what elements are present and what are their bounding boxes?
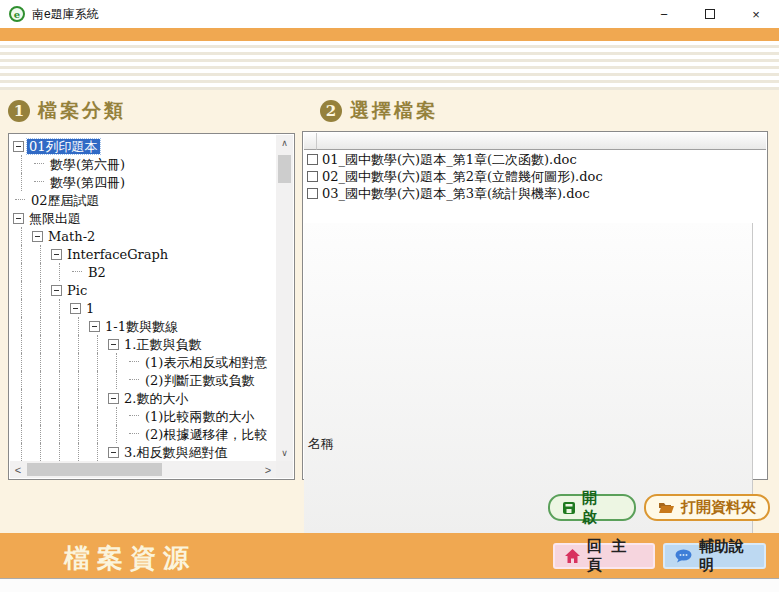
file-checkbox[interactable] [307, 171, 318, 182]
tree-item-label: InterfaceGraph [65, 247, 170, 262]
tree-item[interactable]: 1-1數與數線 [10, 317, 276, 335]
file-list-panel: 名稱 01_國中數學(六)題本_第1章(二次函數).doc02_國中數學(六)題… [302, 131, 768, 480]
collapse-toggle-icon[interactable] [13, 141, 24, 152]
collapse-toggle-icon[interactable] [32, 231, 43, 242]
collapse-toggle-icon[interactable] [108, 339, 119, 350]
scroll-right-icon[interactable]: > [260, 461, 276, 478]
tree-connector [32, 155, 48, 173]
home-button[interactable]: 回 主 頁 [553, 543, 655, 569]
maximize-button[interactable] [687, 0, 733, 28]
tree-guide [70, 425, 89, 443]
file-item[interactable]: 03_國中數學(六)題本_第3章(統計與機率).doc [304, 185, 766, 202]
speech-bubble-icon [675, 549, 692, 563]
collapse-toggle-icon[interactable] [13, 213, 24, 224]
file-item-label: 02_國中數學(六)題本_第2章(立體幾何圖形).doc [322, 168, 603, 186]
tree-guide [51, 353, 70, 371]
home-icon [565, 549, 580, 563]
title-bar: e 南e題庫系統 − × [0, 0, 779, 28]
tree-connector [70, 263, 86, 281]
tree-guide [108, 353, 127, 371]
help-button[interactable]: 輔助說明 [663, 543, 766, 569]
collapse-toggle-icon[interactable] [51, 285, 62, 296]
tree-guide [32, 317, 51, 335]
tree-vertical-scrollbar[interactable]: ∧ ∨ [276, 135, 293, 461]
tree-item[interactable]: B2 [10, 263, 276, 281]
open-folder-button-label: 打開資料夾 [681, 498, 756, 517]
footer-bar: 檔案資源 回 主 頁 輔助說明 [0, 533, 779, 578]
tree-guide [13, 173, 32, 191]
open-folder-button[interactable]: 打開資料夾 [644, 494, 770, 521]
tree-horizontal-scrollbar[interactable]: < > [10, 461, 276, 478]
tree-guide [13, 281, 32, 299]
scroll-down-icon[interactable]: ∨ [276, 445, 293, 461]
tree-guide [32, 335, 51, 353]
bottom-strip [0, 578, 779, 592]
tree-item[interactable]: InterfaceGraph [10, 245, 276, 263]
collapse-toggle-icon[interactable] [70, 303, 81, 314]
tree-guide [13, 299, 32, 317]
tree-guide [70, 353, 89, 371]
tree-guide [51, 299, 70, 317]
tree-item-label: Pic [65, 283, 89, 298]
minimize-button[interactable]: − [641, 0, 687, 28]
tree-connector [13, 191, 29, 209]
file-item[interactable]: 02_國中數學(六)題本_第2章(立體幾何圖形).doc [304, 168, 766, 185]
tree-item[interactable]: (2)根據遞移律，比較 [10, 425, 276, 443]
tree-guide [32, 389, 51, 407]
tree-item[interactable]: (1)表示相反或相對意 [10, 353, 276, 371]
main-area: 1 檔案分類 2 選擇檔案 01列印題本數學(第六冊)數學(第四冊)02歷屆試題… [0, 90, 779, 533]
tree-guide [70, 335, 89, 353]
tree-item-label: 3.相反數與絕對值 [122, 445, 229, 460]
app-icon: e [9, 6, 25, 22]
tree-guide [89, 407, 108, 425]
tree-item[interactable]: 01列印題本 [10, 137, 276, 155]
tree-guide [13, 245, 32, 263]
tree-item[interactable]: (1)比較兩數的大小 [10, 407, 276, 425]
tree-item-label: Math-2 [46, 229, 97, 244]
tree-guide [13, 317, 32, 335]
collapse-toggle-icon[interactable] [51, 249, 62, 260]
tree-item[interactable]: 數學(第六冊) [10, 155, 276, 173]
tree-item[interactable]: 1 [10, 299, 276, 317]
footer-title: 檔案資源 [64, 541, 196, 576]
tree-guide [89, 371, 108, 389]
step-1-badge: 1 [8, 100, 30, 122]
collapse-toggle-icon[interactable] [108, 393, 119, 404]
tree-item[interactable]: Pic [10, 281, 276, 299]
vertical-scroll-thumb[interactable] [278, 155, 291, 183]
header-stripes [0, 41, 779, 90]
file-checkbox[interactable] [307, 154, 318, 165]
scroll-up-icon[interactable]: ∧ [276, 135, 293, 151]
tree-guide [89, 425, 108, 443]
horizontal-scroll-thumb[interactable] [27, 463, 162, 476]
tree-guide [108, 425, 127, 443]
tree-guide [32, 245, 51, 263]
scroll-left-icon[interactable]: < [10, 461, 26, 478]
open-icon [562, 501, 576, 515]
step-2-badge: 2 [320, 100, 342, 122]
tree-item[interactable]: Math-2 [10, 227, 276, 245]
tree-item-label: 02歷屆試題 [29, 193, 102, 208]
file-checkbox[interactable] [307, 188, 318, 199]
section-header-file-category: 1 檔案分類 [8, 98, 126, 124]
column-header-extra[interactable] [304, 133, 317, 150]
window-title: 南e題庫系統 [32, 6, 99, 23]
tree-item[interactable]: (2)判斷正數或負數 [10, 371, 276, 389]
scrollbar-corner [276, 461, 293, 478]
tree-item[interactable]: 02歷屆試題 [10, 191, 276, 209]
close-button[interactable]: × [733, 0, 779, 28]
tree-item[interactable]: 3.相反數與絕對值 [10, 443, 276, 461]
tree-guide [32, 371, 51, 389]
tree-guide [108, 371, 127, 389]
tree-item[interactable]: 無限出題 [10, 209, 276, 227]
tree-item[interactable]: 數學(第四冊) [10, 173, 276, 191]
file-item[interactable]: 01_國中數學(六)題本_第1章(二次函數).doc [304, 151, 766, 168]
header-orange-band [0, 28, 779, 41]
tree-item[interactable]: 2.數的大小 [10, 389, 276, 407]
tree-item[interactable]: 1.正數與負數 [10, 335, 276, 353]
collapse-toggle-icon[interactable] [89, 321, 100, 332]
tree-guide [13, 263, 32, 281]
collapse-toggle-icon[interactable] [108, 447, 119, 458]
tree-guide [13, 443, 32, 461]
open-button[interactable]: 開 啟 [548, 494, 636, 521]
